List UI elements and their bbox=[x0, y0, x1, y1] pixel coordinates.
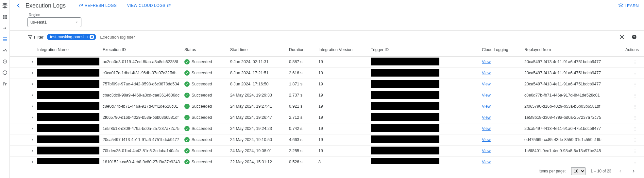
row-actions-menu[interactable]: ⋮ bbox=[631, 126, 639, 131]
filter-label: Filter bbox=[34, 35, 43, 40]
cloud-logging-view-link[interactable]: View bbox=[482, 104, 491, 109]
expand-row-button[interactable] bbox=[30, 149, 34, 153]
row-actions-menu[interactable]: ⋮ bbox=[631, 93, 639, 98]
row-actions-menu[interactable]: ⋮ bbox=[631, 60, 639, 64]
pagination-next[interactable] bbox=[630, 167, 637, 175]
page-title: Execution Logs bbox=[25, 2, 66, 9]
chevron-right-icon bbox=[30, 60, 34, 64]
cloud-logging-view-link[interactable]: View bbox=[482, 115, 491, 120]
pagination-bar: Items per page: 10 1 – 10 of 23 bbox=[10, 164, 644, 178]
nav-item-1[interactable] bbox=[2, 14, 8, 20]
nav-item-5[interactable] bbox=[2, 58, 8, 65]
chevron-right-icon bbox=[30, 116, 34, 119]
cloud-logging-view-link[interactable]: View bbox=[482, 149, 491, 153]
filter-chip[interactable]: test-masking-pranshu ✕ bbox=[47, 34, 96, 40]
expand-row-button[interactable] bbox=[30, 116, 34, 119]
replayed-from-cell: 1c8f8401-0ec1-4ee9-98a8-6a13a97be245 bbox=[524, 149, 619, 153]
table-row: 20ca5497-f413-4e11-91a6-4751bdcb9477✓Suc… bbox=[10, 134, 644, 146]
status-text: Succeeded bbox=[192, 160, 212, 164]
nav-item-2[interactable] bbox=[2, 25, 8, 31]
duration-cell: 4.663 s bbox=[289, 137, 318, 142]
col-header-trigger-id[interactable]: Trigger ID bbox=[371, 47, 482, 52]
col-header-integration-version[interactable]: Integration Version bbox=[318, 47, 371, 52]
expand-row-button[interactable] bbox=[30, 82, 34, 86]
cloud-logging-view-link[interactable]: View bbox=[482, 60, 491, 64]
col-header-execution-id[interactable]: Execution ID bbox=[103, 47, 184, 52]
table-row: 70bdec25-01b4-4c42-81e5-3cdaba140afc✓Suc… bbox=[10, 146, 644, 157]
replayed-from-cell: c8e0d77b-fb71-446a-917d-8f41de528c01 bbox=[524, 93, 619, 98]
integration-version-cell: 19 bbox=[318, 126, 371, 131]
integration-name-redacted bbox=[37, 158, 99, 164]
row-actions-menu[interactable]: ⋮ bbox=[631, 82, 639, 87]
cloud-logging-view-link[interactable]: View bbox=[482, 160, 491, 164]
svg-rect-2 bbox=[3, 17, 5, 19]
col-header-duration[interactable]: Duration bbox=[289, 47, 318, 52]
back-button[interactable] bbox=[15, 2, 22, 9]
row-actions-menu[interactable]: ⋮ bbox=[631, 71, 639, 76]
row-actions-menu[interactable]: ⋮ bbox=[631, 160, 639, 164]
execution-id-cell: 757bf09e-97ac-4d42-9598-d6c3878dd534 bbox=[103, 82, 184, 86]
integration-version-cell: 19 bbox=[318, 149, 371, 153]
expand-row-button[interactable] bbox=[30, 104, 34, 108]
integration-name-redacted bbox=[37, 147, 99, 154]
filter-chip-text: test-masking-pranshu bbox=[50, 35, 88, 39]
integration-name-redacted bbox=[37, 135, 99, 143]
expand-row-button[interactable] bbox=[30, 160, 34, 164]
pagination-prev[interactable] bbox=[617, 167, 624, 175]
col-header-status[interactable]: Status bbox=[184, 47, 230, 52]
status-success-icon: ✓ bbox=[184, 104, 190, 109]
col-header-cloud-logging[interactable]: Cloud Logging bbox=[482, 47, 524, 52]
table-row: cbac3dc8-98a9-4468-a3cd-cae3614686dc✓Suc… bbox=[10, 90, 644, 101]
col-header-start-time[interactable]: Start time bbox=[230, 47, 289, 52]
filter-help-button[interactable]: ? bbox=[630, 32, 639, 42]
row-actions-menu[interactable]: ⋮ bbox=[631, 149, 639, 153]
cloud-logging-view-link[interactable]: View bbox=[482, 93, 491, 98]
region-select[interactable]: us-east1 bbox=[27, 17, 81, 27]
col-header-replayed-from[interactable]: Replayed from bbox=[524, 47, 619, 52]
execution-id-cell: 1810152c-ca60-4eb8-9c80-27d9a37c9243 bbox=[103, 160, 184, 164]
row-actions-menu[interactable]: ⋮ bbox=[631, 137, 639, 142]
trigger-id-redacted bbox=[371, 58, 439, 65]
nav-item-6[interactable] bbox=[2, 69, 8, 76]
status-success-icon: ✓ bbox=[184, 159, 190, 164]
learn-button[interactable]: LEARN bbox=[618, 3, 639, 8]
execution-id-cell: c8e0d77b-fb71-446a-917d-8f41de528c01 bbox=[103, 104, 184, 109]
replayed-from-cell: ed47566b-cc85-43de-8559-31c1c559c16b bbox=[524, 137, 619, 142]
integration-name-redacted bbox=[37, 80, 99, 88]
filter-chip-remove[interactable]: ✕ bbox=[90, 35, 94, 39]
status-success-icon: ✓ bbox=[184, 81, 190, 87]
expand-row-button[interactable] bbox=[30, 138, 34, 142]
integration-name-redacted bbox=[37, 113, 99, 121]
row-actions-menu[interactable]: ⋮ bbox=[631, 104, 639, 109]
cloud-logging-view-link[interactable]: View bbox=[482, 137, 491, 142]
expand-row-button[interactable] bbox=[30, 127, 34, 131]
status-text: Succeeded bbox=[192, 149, 212, 153]
items-per-page-label: Items per page: bbox=[538, 169, 566, 173]
nav-item-7[interactable] bbox=[2, 80, 8, 87]
filter-input[interactable] bbox=[99, 34, 356, 40]
row-actions-menu[interactable]: ⋮ bbox=[631, 115, 639, 120]
trigger-id-redacted bbox=[371, 91, 439, 99]
col-header-integration-name[interactable]: Integration Name bbox=[37, 47, 103, 52]
duration-cell: 0.921 s bbox=[289, 104, 318, 109]
nav-item-logs[interactable] bbox=[2, 36, 8, 43]
trigger-id-redacted bbox=[371, 102, 439, 110]
replayed-from-cell: 2f065790-d16b-4029-b53a-b6b03b6581df bbox=[524, 104, 619, 109]
nav-item-4[interactable] bbox=[2, 47, 8, 54]
cloud-logging-view-link[interactable]: View bbox=[482, 71, 491, 75]
top-bar: Execution Logs REFRESH LOGS VIEW CLOUD L… bbox=[10, 0, 644, 11]
expand-row-button[interactable] bbox=[30, 93, 34, 97]
status-text: Succeeded bbox=[192, 82, 212, 86]
duration-cell: 0.526 s bbox=[289, 160, 318, 164]
expand-row-button[interactable] bbox=[30, 71, 34, 75]
refresh-logs-button[interactable]: REFRESH LOGS bbox=[79, 3, 117, 8]
expand-row-button[interactable] bbox=[30, 60, 34, 64]
clear-filter-button[interactable] bbox=[617, 32, 626, 42]
view-cloud-logs-button[interactable]: VIEW CLOUD LOGS bbox=[127, 3, 171, 8]
cloud-logging-view-link[interactable]: View bbox=[482, 82, 491, 86]
duration-cell: 1.871 s bbox=[289, 82, 318, 86]
status-text: Succeeded bbox=[192, 137, 212, 142]
cloud-logging-view-link[interactable]: View bbox=[482, 126, 491, 131]
start-time-cell: 9 Jun 2024, 02:11:31 bbox=[230, 60, 289, 64]
items-per-page-select[interactable]: 10 bbox=[571, 167, 585, 175]
